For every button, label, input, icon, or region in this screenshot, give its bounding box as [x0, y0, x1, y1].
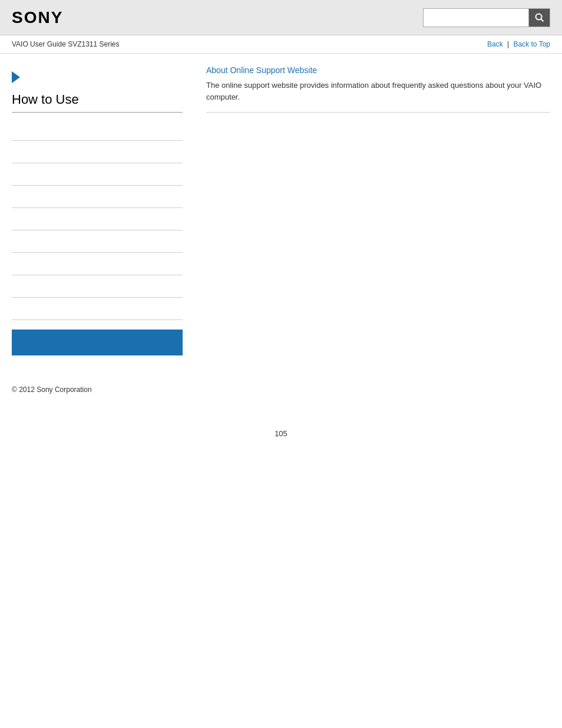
- guide-title: VAIO User Guide SVZ1311 Series: [12, 40, 120, 48]
- sidebar-item: [12, 163, 183, 186]
- sidebar: How to Use: [12, 65, 194, 355]
- footer: © 2012 Sony Corporation: [0, 367, 562, 406]
- main-content: How to Use About Online Support Website …: [0, 54, 562, 367]
- back-to-top-link[interactable]: Back to Top: [514, 40, 550, 48]
- page-number: 105: [0, 429, 562, 450]
- sidebar-heading: How to Use: [12, 92, 183, 113]
- content-description: The online support website provides info…: [206, 80, 550, 103]
- sidebar-item: [12, 275, 183, 298]
- chevron-right-icon: [12, 71, 20, 83]
- sony-logo: SONY: [12, 8, 63, 27]
- sidebar-item: [12, 253, 183, 275]
- sidebar-item: [12, 186, 183, 208]
- sidebar-blue-box[interactable]: [12, 330, 183, 355]
- content-divider: [206, 112, 550, 113]
- sidebar-item: [12, 298, 183, 320]
- content-link[interactable]: About Online Support Website: [206, 65, 317, 75]
- copyright: © 2012 Sony Corporation: [12, 386, 92, 394]
- nav-separator: |: [507, 40, 511, 48]
- nav-bar: VAIO User Guide SVZ1311 Series Back | Ba…: [0, 35, 562, 54]
- content-area: About Online Support Website The online …: [194, 65, 550, 355]
- search-container: [423, 8, 550, 27]
- back-link[interactable]: Back: [487, 40, 503, 48]
- svg-line-1: [541, 19, 543, 21]
- sidebar-item: [12, 230, 183, 253]
- search-icon: [535, 13, 544, 22]
- sidebar-item: [12, 208, 183, 230]
- search-input[interactable]: [423, 8, 529, 27]
- sidebar-item: [12, 118, 183, 141]
- page-header: SONY: [0, 0, 562, 35]
- sidebar-item: [12, 141, 183, 163]
- search-button[interactable]: [529, 8, 550, 27]
- nav-links: Back | Back to Top: [487, 40, 550, 48]
- svg-point-0: [535, 14, 541, 19]
